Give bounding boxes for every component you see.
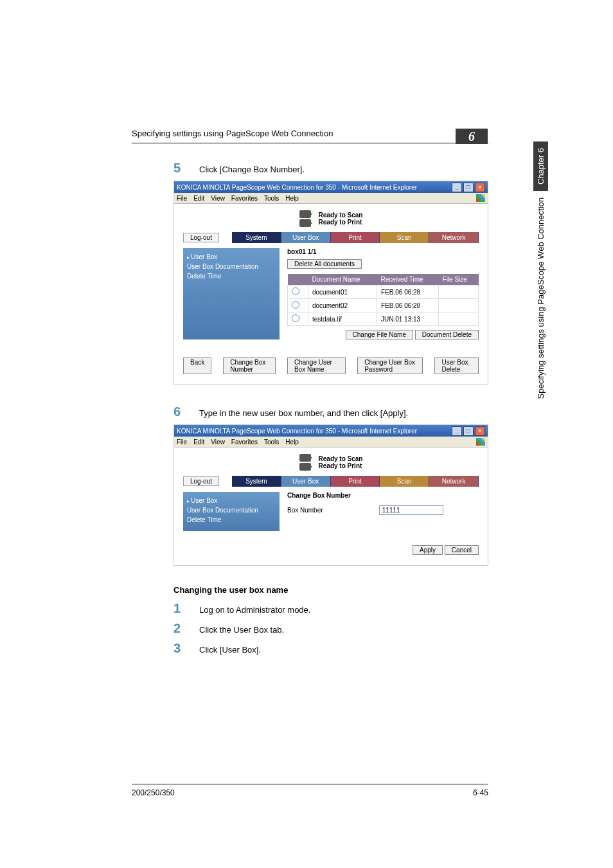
th-file-size: File Size	[439, 274, 479, 285]
step-5-number: 5	[173, 161, 199, 176]
window-minimize-button[interactable]: _	[452, 183, 462, 192]
status-ready-scan: Ready to Scan	[319, 455, 363, 462]
box-number-label: Box Number	[287, 507, 377, 514]
user-box-delete-button[interactable]: User Box Delete	[434, 357, 479, 374]
step-5-text: Click [Change Box Number].	[199, 165, 488, 174]
sidebar-item-userbox[interactable]: User Box	[187, 253, 276, 260]
apply-button[interactable]: Apply	[413, 545, 443, 555]
tab-network[interactable]: Network	[429, 476, 479, 487]
tab-print[interactable]: Print	[331, 476, 380, 487]
window-title: KONICA MINOLTA PageScope Web Connection …	[177, 428, 450, 435]
menu-tools[interactable]: Tools	[264, 439, 279, 446]
main-tabs: System User Box Print Scan Network	[232, 232, 479, 243]
tab-scan[interactable]: Scan	[380, 476, 429, 487]
change-box-number-title: Change Box Number	[287, 492, 479, 499]
printer-print-icon	[299, 219, 311, 227]
sidebar-item-documentation[interactable]: User Box Documentation	[187, 263, 276, 270]
page-header-title: Specifying settings using PageScope Web …	[132, 129, 333, 138]
step-2-text: Click the User Box tab.	[199, 625, 488, 635]
cell-received: FEB.06 06:28	[377, 285, 439, 299]
step-6: 6 Type in the new user box number, and t…	[173, 404, 488, 419]
sidebar: User Box User Box Documentation Delete T…	[183, 492, 280, 531]
printer-print-icon	[299, 463, 311, 471]
tab-scan[interactable]: Scan	[380, 232, 429, 243]
step-1: 1 Log on to Administrator mode.	[173, 601, 488, 616]
table-row: document02 FEB.06 06:28	[288, 299, 479, 312]
header-divider	[132, 143, 488, 143]
cell-doc-name: document02	[308, 299, 377, 312]
window-title: KONICA MINOLTA PageScope Web Connection …	[177, 184, 450, 191]
chapter-number-badge: 6	[456, 129, 488, 144]
window-titlebar: KONICA MINOLTA PageScope Web Connection …	[174, 181, 488, 193]
side-tab: Chapter 6 Specifying settings using Page…	[532, 141, 549, 417]
step-6-text: Type in the new user box number, and the…	[199, 408, 488, 418]
status-ready-scan: Ready to Scan	[319, 212, 363, 219]
menu-view[interactable]: View	[211, 195, 225, 202]
main-tabs: System User Box Print Scan Network	[232, 476, 479, 487]
step-6-number: 6	[173, 404, 199, 419]
menu-favorites[interactable]: Favorites	[231, 439, 258, 446]
box-number-input[interactable]	[379, 505, 443, 515]
change-user-box-password-button[interactable]: Change User Box Password	[357, 357, 423, 374]
side-chapter-label: Chapter 6	[533, 141, 548, 191]
menu-edit[interactable]: Edit	[193, 195, 204, 202]
cell-size	[439, 299, 479, 312]
change-file-name-button[interactable]: Change File Name	[346, 330, 413, 339]
cell-size	[439, 285, 479, 299]
menu-file[interactable]: File	[177, 439, 187, 446]
change-user-box-name-button[interactable]: Change User Box Name	[287, 357, 346, 374]
logout-button[interactable]: Log-out	[183, 476, 219, 486]
sidebar-item-userbox[interactable]: User Box	[187, 497, 276, 504]
window-close-button[interactable]: ×	[475, 183, 485, 192]
menu-help[interactable]: Help	[285, 195, 299, 202]
tab-userbox[interactable]: User Box	[281, 476, 331, 487]
logout-button[interactable]: Log-out	[183, 233, 219, 242]
sidebar-item-delete-time[interactable]: Delete Time	[187, 273, 276, 280]
side-section-label: Specifying settings using PageScope Web …	[533, 191, 548, 417]
sidebar-item-delete-time[interactable]: Delete Time	[187, 516, 276, 523]
tab-print[interactable]: Print	[331, 232, 380, 243]
printer-scan-icon	[299, 454, 311, 462]
printer-status: Ready to Scan Ready to Print	[183, 210, 479, 227]
cell-received: FEB.06 06:28	[377, 299, 439, 312]
row-radio[interactable]	[292, 314, 299, 322]
status-ready-print: Ready to Print	[319, 462, 363, 469]
window-maximize-button[interactable]: □	[463, 426, 474, 436]
tab-network[interactable]: Network	[429, 232, 479, 243]
sidebar-item-documentation[interactable]: User Box Documentation	[187, 507, 276, 514]
status-ready-print: Ready to Print	[319, 219, 363, 226]
row-radio[interactable]	[292, 287, 299, 295]
delete-all-documents-button[interactable]: Delete All documents	[287, 259, 362, 269]
menu-tools[interactable]: Tools	[264, 195, 279, 202]
menu-favorites[interactable]: Favorites	[231, 195, 258, 202]
window-maximize-button[interactable]: □	[463, 183, 474, 192]
table-row: document01 FEB.06 06:28	[288, 285, 479, 299]
window-titlebar: KONICA MINOLTA PageScope Web Connection …	[174, 425, 488, 437]
row-radio[interactable]	[292, 301, 299, 309]
menu-edit[interactable]: Edit	[193, 439, 204, 446]
step-3-number: 3	[173, 641, 199, 656]
th-received-time: Received Time	[377, 274, 439, 285]
cell-received: JUN.01 13:13	[377, 312, 439, 326]
step-1-text: Log on to Administrator mode.	[199, 605, 488, 615]
ie-logo-icon	[476, 438, 485, 446]
cancel-button[interactable]: Cancel	[445, 545, 479, 555]
document-delete-button[interactable]: Document Delete	[415, 330, 479, 339]
menu-help[interactable]: Help	[285, 439, 299, 446]
window-minimize-button[interactable]: _	[452, 426, 462, 436]
step-2-number: 2	[173, 621, 199, 636]
tab-system[interactable]: System	[232, 476, 281, 487]
screenshot-1: KONICA MINOLTA PageScope Web Connection …	[173, 181, 488, 385]
footer-page-number: 6-45	[473, 788, 488, 797]
menu-file[interactable]: File	[177, 195, 187, 202]
subheading-changing-user-box-name: Changing the user box name	[173, 585, 488, 595]
change-box-number-button[interactable]: Change Box Number	[223, 357, 276, 374]
sidebar: User Box User Box Documentation Delete T…	[183, 248, 280, 339]
window-close-button[interactable]: ×	[475, 426, 485, 436]
menu-view[interactable]: View	[211, 439, 225, 446]
back-button[interactable]: Back	[183, 357, 211, 374]
menubar: File Edit View Favorites Tools Help	[174, 437, 488, 448]
cell-doc-name: document01	[308, 285, 377, 299]
tab-system[interactable]: System	[232, 232, 281, 243]
tab-userbox[interactable]: User Box	[281, 232, 331, 243]
